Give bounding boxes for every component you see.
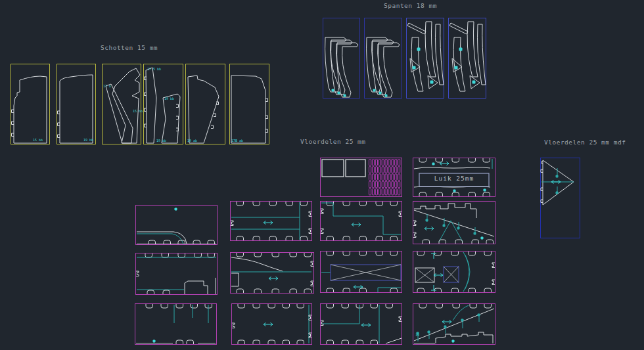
outline-geometry [478,24,486,85]
outline-geometry [414,210,494,236]
outline-geometry [106,84,133,143]
panel-border [11,64,50,144]
spanten-panel-1[interactable] [323,18,360,98]
outline-geometry [112,68,140,143]
part-label: 15 bb [133,110,143,113]
schotten-panel-3[interactable] [103,64,141,144]
panel-border [413,252,495,293]
section-title-spanten: Spanten 18 mm [384,2,437,9]
outline-geometry [146,304,212,308]
outline-geometry [373,40,394,95]
cyan-mark [455,48,475,83]
panel-border [136,206,218,245]
schotten-panel-5[interactable] [186,64,225,144]
outline-geometry [407,23,426,34]
cyan-mark [425,227,434,230]
outline-geometry [238,304,304,308]
vloer-panel-grid[interactable] [321,158,402,197]
outline-geometry [417,288,492,292]
outline-geometry [337,43,358,97]
schotten-panel-4[interactable] [144,64,183,144]
teal-guide-line [321,305,379,343]
outline-geometry [386,338,402,343]
outline-geometry [419,158,490,162]
outline-geometry [309,211,311,234]
outline-geometry [449,23,468,34]
cyan-mark [373,89,387,97]
cyan-mark [434,274,443,277]
schotten-panel-6[interactable] [230,64,269,144]
outline-geometry [136,271,139,276]
outline-geometry [379,43,400,97]
schotten-panel-2[interactable] [57,64,96,144]
outline-geometry [322,160,344,177]
vloer-panel-r3c4[interactable] [413,304,495,345]
outline-geometry [399,211,402,217]
outline-geometry [417,252,492,255]
outline-geometry [231,221,233,226]
outline-geometry [185,281,208,294]
outline-geometry [413,221,416,238]
outline-geometry [176,340,194,344]
outline-geometry [467,22,478,77]
spanten-panel-4[interactable] [449,18,486,98]
outline-geometry [145,253,215,257]
vloer-panel-r3c1[interactable] [135,304,217,345]
cyan-mark [153,340,155,342]
outline-geometry [327,340,378,344]
outline-geometry [436,24,444,85]
vloer-panel-r2c4[interactable] [413,252,495,293]
part-label: 19 bb [156,139,166,142]
outline-geometry [311,261,313,286]
vloer-panel-r2c1[interactable] [136,253,218,295]
outline-geometry [58,111,60,138]
part-label: 19 bb [164,97,174,100]
teal-guide-line [428,314,480,333]
cyan-mark [175,208,177,210]
outline-geometry [232,323,235,328]
cyan-mark [431,253,436,290]
drawing-layer[interactable] [0,0,644,350]
teal-guide-line [453,305,469,320]
outline-geometry [60,75,93,143]
schotten-panel-1[interactable] [11,64,50,144]
part-label: 19 bb [83,139,93,142]
luik-hatch-label: Luik 25mm [419,175,489,182]
outline-geometry [327,288,398,292]
vloer-panel-r3c3[interactable] [321,304,402,345]
outline-geometry [399,317,402,322]
cad-drawing-canvas[interactable]: Schotten 15 mm Spanten 18 mm Vloerdelen … [0,0,644,350]
vloer-panel-r2c2[interactable] [231,253,314,294]
panel-border [135,304,217,345]
section-title-vloerdelen: Vloerdelen 25 mm [300,138,366,145]
outline-geometry [188,76,219,143]
panel-border [103,64,141,144]
outline-geometry [237,202,308,206]
outline-geometry [237,253,311,257]
outline-geometry [414,204,476,218]
vloer-panel-r1c1[interactable] [136,206,218,245]
outline-geometry [436,332,493,343]
cyan-mark [361,324,371,327]
teal-guide-line [137,234,183,244]
cyan-mark [269,277,278,280]
part-label: 17B ab [231,139,243,142]
mdf-panel[interactable] [541,158,580,238]
part-label: 19 [415,334,419,337]
teal-guide-line [439,221,463,242]
teal-guide-line [321,203,401,234]
spanten-panel-2[interactable] [365,18,402,98]
vloer-panel-r1c4[interactable] [413,202,495,244]
outline-geometry [238,340,304,344]
spanten-panel-3[interactable] [407,18,444,98]
vloer-panel-r1c2[interactable] [231,202,312,241]
cyan-mark [551,181,561,184]
vloer-panel-r3c2[interactable] [232,304,312,345]
outline-geometry [327,252,398,255]
vloer-panel-r2c3[interactable] [321,252,402,293]
panel-border [231,253,314,294]
section-title-vloerdelen-mdf: Vloerdelen 25 mm mdf [544,139,626,146]
vloer-panel-r1c3[interactable] [321,202,402,241]
outline-geometry [331,265,401,280]
outline-geometry [327,202,398,206]
